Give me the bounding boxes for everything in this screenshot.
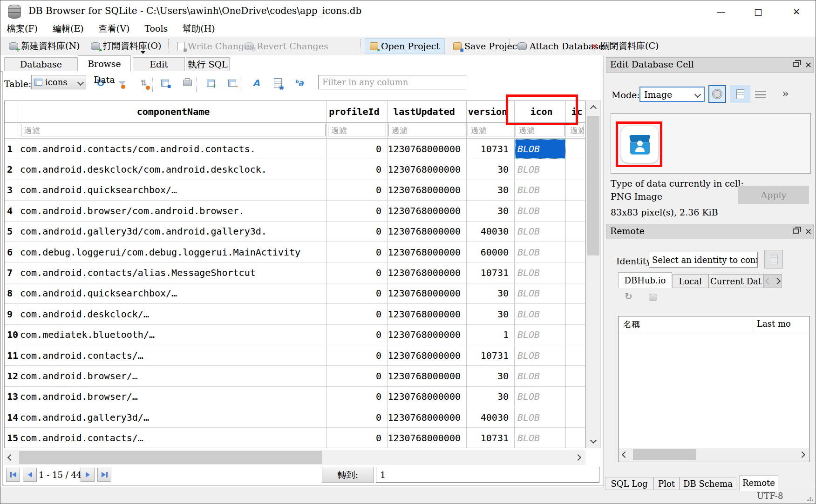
close-button[interactable]: ✕: [789, 6, 804, 17]
cell-icon[interactable]: BLOB: [515, 222, 566, 242]
cell-icon[interactable]: BLOB: [515, 407, 566, 428]
row-header[interactable]: 6: [5, 242, 18, 262]
cell-lastUpdated[interactable]: 1230768000000: [388, 242, 467, 262]
cell-icon[interactable]: BLOB: [515, 428, 566, 448]
print-button[interactable]: [180, 76, 194, 90]
cell-extra[interactable]: [566, 262, 585, 283]
cell-lastUpdated[interactable]: 1230768000000: [388, 139, 467, 159]
cell-componentName[interactable]: com.android.browser/…: [18, 366, 327, 386]
cell-profileId[interactable]: 0: [327, 407, 388, 428]
remote-tab-current-database[interactable]: Current Dat: [708, 274, 763, 288]
cell-profileId[interactable]: 0: [327, 201, 388, 221]
cell-lastUpdated[interactable]: 1230768000000: [388, 283, 467, 304]
cell-version[interactable]: 1: [467, 325, 515, 345]
scroll-right-icon[interactable]: [571, 451, 585, 464]
cell-icon[interactable]: BLOB: [515, 262, 566, 283]
remote-column-last-modified[interactable]: Last mo: [753, 319, 813, 332]
cell-version[interactable]: 30: [467, 283, 515, 304]
menu-edit[interactable]: 編輯(E): [47, 21, 89, 36]
row-header[interactable]: 15: [5, 428, 18, 448]
cell-profileId[interactable]: 0: [327, 325, 388, 345]
row-header[interactable]: 14: [5, 407, 18, 428]
cell-componentName[interactable]: com.android.browser/…: [18, 387, 327, 407]
identity-select[interactable]: Select an identity to conne: [649, 252, 758, 268]
maximize-button[interactable]: □: [750, 6, 766, 17]
cell-version[interactable]: 30: [467, 387, 515, 407]
cell-lastUpdated[interactable]: 1230768000000: [388, 325, 467, 345]
row-header[interactable]: 11: [5, 345, 18, 366]
cell-lastUpdated[interactable]: 1230768000000: [388, 222, 467, 242]
dock-tab-sql-log[interactable]: SQL Log: [605, 477, 653, 490]
cell-profileId[interactable]: 0: [327, 180, 388, 201]
vertical-scrollbar-thumb[interactable]: [587, 116, 599, 255]
cell-icon[interactable]: BLOB: [515, 345, 566, 366]
filter-input-icon[interactable]: 過濾: [516, 124, 564, 136]
cell-icon[interactable]: BLOB: [515, 387, 566, 407]
close-database-button[interactable]: ✕ 關閉資料庫(C): [586, 38, 663, 54]
previous-record-button[interactable]: [23, 468, 37, 482]
float-panel-icon[interactable]: [793, 228, 799, 234]
row-header[interactable]: 3: [5, 180, 18, 201]
cell-lastUpdated[interactable]: 1230768000000: [388, 180, 467, 201]
menu-file[interactable]: 檔案(F): [1, 21, 43, 36]
scroll-down-icon[interactable]: [586, 434, 600, 447]
cell-profileId[interactable]: 0: [327, 242, 388, 262]
row-header[interactable]: 1: [5, 139, 18, 159]
cell-profileId[interactable]: 0: [327, 304, 388, 324]
cell-extra[interactable]: [566, 366, 585, 386]
dock-tab-plot[interactable]: Plot: [653, 477, 680, 490]
cell-profileId[interactable]: 0: [327, 139, 388, 159]
insert-record-button[interactable]: +: [204, 76, 218, 90]
cell-icon[interactable]: BLOB: [515, 304, 566, 324]
filter-input-lastUpdated[interactable]: 過濾: [388, 124, 465, 136]
row-header[interactable]: 8: [5, 283, 18, 304]
cell-componentName[interactable]: com.mediatek.bluetooth/…: [18, 325, 327, 345]
encoding-label[interactable]: UTF-8: [757, 491, 783, 501]
cell-extra[interactable]: [566, 283, 585, 304]
cell-extra[interactable]: [566, 325, 585, 345]
cell-componentName[interactable]: com.android.contacts/…: [18, 428, 327, 448]
cell-profileId[interactable]: 0: [327, 428, 388, 448]
row-header[interactable]: 7: [5, 262, 18, 283]
cell-icon[interactable]: BLOB: [515, 159, 566, 180]
cell-profileId[interactable]: 0: [327, 345, 388, 366]
cell-icon[interactable]: BLOB: [515, 201, 566, 221]
filter-input-version[interactable]: 過濾: [468, 124, 513, 136]
cell-icon[interactable]: BLOB: [515, 242, 566, 262]
cell-extra[interactable]: [566, 222, 585, 242]
cell-extra[interactable]: [566, 387, 585, 407]
delete-record-button[interactable]: –: [225, 76, 239, 90]
cell-version[interactable]: 10731: [467, 262, 515, 283]
open-project-button[interactable]: ▸ Open Project: [365, 38, 445, 54]
save-results-button[interactable]: ▪: [158, 76, 172, 90]
scroll-right-icon[interactable]: [799, 451, 805, 458]
cell-lastUpdated[interactable]: 1230768000000: [388, 304, 467, 324]
filter-input-profileId[interactable]: 過濾: [328, 124, 386, 136]
cell-componentName[interactable]: com.android.contacts/alias.MessageShortc…: [18, 262, 327, 283]
cell-version[interactable]: 30: [467, 304, 515, 324]
overflow-chevrons-icon[interactable]: »: [782, 87, 789, 100]
import-certificate-button[interactable]: [764, 250, 783, 269]
dock-tab-db-schema[interactable]: DB Schema: [680, 477, 736, 490]
column-header-profileId[interactable]: profileId: [327, 101, 388, 122]
mode-select[interactable]: Image: [639, 87, 705, 102]
cell-version[interactable]: 60000: [467, 242, 515, 262]
goto-button[interactable]: 轉到:: [322, 467, 374, 483]
scroll-tabs-right-icon[interactable]: [774, 278, 780, 284]
scroll-left-icon[interactable]: [4, 451, 17, 464]
cell-lastUpdated[interactable]: 1230768000000: [388, 262, 467, 283]
clear-sort-button[interactable]: ⇅: [136, 76, 150, 90]
cell-lastUpdated[interactable]: 1230768000000: [388, 345, 467, 366]
dock-tab-remote[interactable]: Remote: [739, 475, 778, 491]
cell-extra[interactable]: [566, 242, 585, 262]
filter-input-componentName[interactable]: 過濾: [21, 124, 326, 136]
cell-icon[interactable]: BLOB: [515, 325, 566, 345]
cell-version[interactable]: 10731: [467, 345, 515, 366]
cell-componentName[interactable]: com.android.gallery3d/com.android.galler…: [18, 222, 327, 242]
tab-browse-data[interactable]: Browse Data: [78, 55, 131, 71]
cell-profileId[interactable]: 0: [327, 387, 388, 407]
column-header-lastUpdated[interactable]: lastUpdated: [388, 101, 467, 122]
cell-extra[interactable]: [566, 407, 585, 428]
cell-profileId[interactable]: 0: [327, 222, 388, 242]
cell-componentName[interactable]: com.android.quicksearchbox/…: [18, 283, 327, 304]
